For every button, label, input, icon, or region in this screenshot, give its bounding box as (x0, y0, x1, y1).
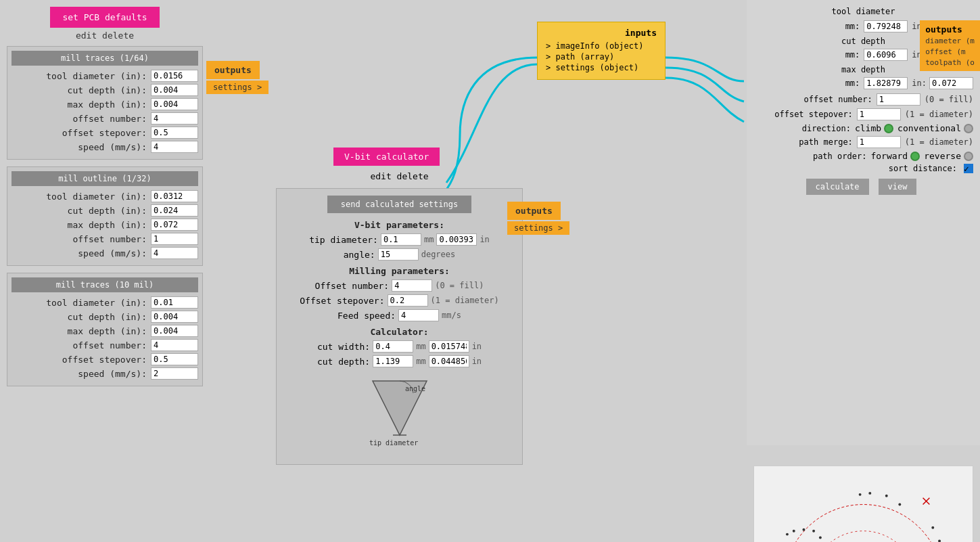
tool-diameter-input-1[interactable] (151, 70, 198, 82)
max-depth-label-3: max depth (in): (14, 326, 151, 336)
sort-distance-label: sort distance: (753, 164, 961, 173)
sort-distance-checkbox[interactable]: ✓ (964, 164, 973, 173)
offset-number-label-1: offset number: (14, 114, 151, 124)
speed-label-3: speed (mm/s): (14, 369, 151, 379)
visualization-area (753, 466, 973, 542)
cut-depth-mm-input-right[interactable] (864, 49, 908, 61)
offset-number-right-input[interactable] (877, 93, 920, 106)
tool-diameter-mm-input[interactable] (864, 20, 908, 32)
max-depth-row-3: max depth (in): (11, 325, 198, 337)
speed-input-2[interactable] (151, 247, 198, 259)
outputs-settings-btn-1[interactable]: settings > (206, 81, 269, 94)
offset-number-row-1: offset number: (11, 112, 198, 125)
max-depth-label-2: max depth (in): (14, 220, 151, 230)
angle-row: angle: degrees (283, 248, 515, 261)
feed-speed-row: Feed speed: mm/s (283, 309, 515, 321)
offset-stepover-input-3[interactable] (151, 353, 198, 365)
direction-climb: climb (855, 123, 881, 133)
calculate-button[interactable]: calculate (806, 179, 869, 195)
vbit-title: V-bit calculator (333, 148, 440, 166)
path-merge-row: path merge: (1 = diameter) (753, 136, 973, 148)
cut-depth-calc-label: cut depth: (317, 357, 370, 367)
feed-speed-label: Feed speed: (337, 311, 396, 321)
tip-diameter-in-input[interactable] (436, 233, 477, 246)
feed-speed-unit: mm/s (442, 311, 461, 320)
left-panel: set PCB defaults edit delete mill traces… (0, 0, 210, 400)
speed-label-2: speed (mm/s): (14, 248, 151, 258)
max-depth-input-3[interactable] (151, 325, 198, 337)
tip-diameter-mm: mm (424, 235, 434, 244)
cut-depth-in-input[interactable] (429, 355, 469, 367)
tool-diameter-row-1: tool diameter (in): (11, 70, 198, 82)
offset-stepover-row-3: offset stepover: (11, 353, 198, 365)
cut-depth-input-1[interactable] (151, 84, 198, 96)
tool-diameter-title: tool diameter (753, 7, 973, 16)
svg-point-6 (786, 533, 789, 536)
offset-number-row-3: offset number: (11, 339, 198, 351)
send-calculated-settings-button[interactable]: send calculated settings (327, 196, 471, 213)
path-order-reverse: reverse (924, 151, 961, 161)
direction-climb-radio[interactable] (884, 124, 893, 133)
inputs-item-3: > settings (object) (546, 63, 657, 72)
action-buttons: calculate view (753, 179, 973, 195)
angle-input[interactable] (378, 248, 419, 261)
svg-text:tip diameter: tip diameter (369, 439, 418, 447)
feed-speed-input[interactable] (398, 309, 439, 321)
svg-point-5 (810, 531, 916, 542)
offset-stepover-calc-note: (1 = diameter) (431, 296, 499, 305)
speed-row-1: speed (mm/s): (11, 141, 198, 153)
path-order-forward: forward (870, 151, 908, 161)
view-button[interactable]: view (879, 179, 917, 195)
cut-depth-calc-row: cut depth: mm in (283, 355, 515, 367)
speed-input-1[interactable] (151, 141, 198, 153)
max-depth-row-1: max depth (in): (11, 98, 198, 110)
path-order-forward-radio[interactable] (910, 152, 920, 161)
mill-traces-1-section: mill traces (1/64) tool diameter (in): c… (7, 46, 203, 160)
offset-number-input-3[interactable] (151, 339, 198, 351)
path-merge-input[interactable] (857, 136, 901, 148)
tool-diameter-input-3[interactable] (151, 296, 198, 309)
max-depth-in-input-right[interactable] (929, 77, 973, 89)
offset-number-calc-input[interactable] (392, 279, 432, 292)
cut-depth-label-1: cut depth (in): (14, 85, 151, 95)
offset-stepover-input-1[interactable] (151, 127, 198, 139)
cut-width-mm: mm (416, 342, 425, 351)
path-order-row: path order: forward reverse (753, 151, 973, 161)
cut-depth-calc-input[interactable] (373, 355, 413, 367)
max-depth-row-2: max depth (in): (11, 219, 198, 231)
offset-number-input-2[interactable] (151, 233, 198, 245)
direction-conventional-radio[interactable] (964, 124, 973, 133)
max-depth-input-1[interactable] (151, 98, 198, 110)
cut-width-in-input[interactable] (429, 340, 469, 353)
tip-diameter-row: tip diameter: mm in (283, 233, 515, 246)
svg-point-23 (938, 539, 941, 542)
tool-diameter-input-2[interactable] (151, 190, 198, 202)
cut-depth-row-1: cut depth (in): (11, 84, 198, 96)
cut-width-input[interactable] (373, 340, 413, 353)
path-order-reverse-radio[interactable] (964, 152, 973, 161)
max-depth-label-1: max depth (in): (14, 99, 151, 110)
offset-stepover-right-input[interactable] (857, 108, 901, 120)
outputs-box-1: outputs (206, 61, 260, 79)
offset-stepover-calc-input[interactable] (388, 294, 428, 307)
cut-depth-input-2[interactable] (151, 204, 198, 217)
max-depth-input-2[interactable] (151, 219, 198, 231)
tool-diameter-label-3: tool diameter (in): (14, 298, 151, 308)
cut-depth-input-3[interactable] (151, 311, 198, 323)
far-right-item-1: diameter (m (925, 37, 975, 45)
sort-distance-row: sort distance: ✓ (753, 164, 973, 173)
set-pcb-button[interactable]: set PCB defaults (50, 7, 159, 28)
tool-diameter-label-1: tool diameter (in): (14, 71, 151, 81)
far-right-item-3: toolpath (o (925, 58, 975, 67)
angle-label: angle: (344, 250, 375, 260)
cut-width-label: cut width: (317, 342, 370, 352)
outputs-settings-btn-2[interactable]: settings > (507, 221, 569, 235)
viz-svg (754, 466, 973, 542)
vbit-edit-delete: edit delete (333, 171, 465, 181)
offset-number-input-1[interactable] (151, 112, 198, 125)
max-depth-mm-input-right[interactable] (864, 77, 908, 89)
tool-diameter-row-3: tool diameter (in): (11, 296, 198, 309)
tip-diameter-input[interactable] (381, 233, 421, 246)
speed-input-3[interactable] (151, 367, 198, 380)
max-depth-in-label-right: in: (912, 78, 927, 88)
